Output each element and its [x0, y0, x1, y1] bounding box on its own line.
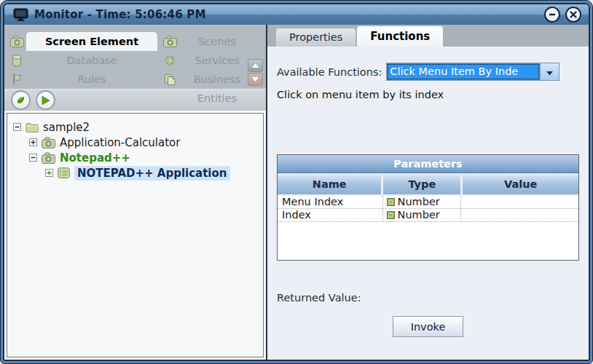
function-select-dropdown-button[interactable] [540, 63, 559, 80]
monitor-start-button[interactable] [11, 90, 31, 110]
element-tree: sample2Application-CalculatorNotepad++NO… [7, 113, 264, 357]
titlebar: Monitor - Time: 5:06:46 PM [4, 4, 589, 25]
scroll-down-button[interactable] [248, 73, 263, 86]
expand-icon[interactable] [45, 169, 53, 177]
gear-icon [160, 55, 179, 66]
param-type-label: Number [398, 196, 440, 208]
database-icon [7, 55, 26, 67]
nav-tab-screen-element[interactable]: Screen Element [4, 32, 157, 51]
available-functions-label: Available Functions: [277, 66, 382, 78]
returned-value-label: Returned Value: [277, 292, 579, 304]
play-icon [41, 95, 50, 106]
parameters-table: Parameters NameTypeValue Menu IndexNumbe… [277, 154, 579, 261]
param-name-cell: Menu Index [278, 196, 383, 209]
param-value-cell[interactable] [461, 196, 578, 209]
camera-icon [160, 36, 179, 47]
right-panel: Properties Functions Available Functions… [267, 25, 589, 360]
param-name-cell: Index [278, 209, 383, 222]
monitor-icon [13, 8, 28, 22]
invoke-button-area: Invoke [277, 316, 579, 337]
tree-item-application-calculator[interactable]: Application-Calculator [7, 135, 263, 150]
tree-item-sample2[interactable]: sample2 [7, 119, 263, 135]
nav-tab-label: Services [179, 51, 255, 70]
window-inner: Monitor - Time: 5:06:46 PM Screen Elemen… [3, 3, 590, 361]
nav-scrollers [248, 59, 263, 86]
nav-tab-rules[interactable]: Rules [4, 70, 157, 89]
invoke-button[interactable]: Invoke [393, 316, 463, 337]
nav-tab-label: Screen Element [26, 32, 157, 51]
nav-tab-database[interactable]: Database [4, 51, 157, 70]
nav-tab-business-entities[interactable]: Business Entities [157, 70, 255, 89]
parameters-table-body: Menu IndexNumberIndexNumber [278, 196, 578, 260]
arrow-down-icon [251, 76, 259, 82]
param-type-cell: Number [383, 196, 461, 209]
tree-panel: sample2Application-CalculatorNotepad++NO… [4, 111, 266, 360]
documents-icon [160, 74, 179, 86]
camera-icon [7, 36, 26, 47]
column-header-name: Name [278, 175, 381, 194]
nav-row: RulesBusiness Entities [4, 70, 266, 89]
available-functions-row: Available Functions: Click Menu Item By … [277, 63, 579, 81]
param-type-cell: Number [383, 209, 461, 222]
window-title: Monitor - Time: 5:06:46 PM [34, 8, 206, 21]
scroll-up-button[interactable] [248, 59, 263, 72]
left-panel: Screen ElementScenesDatabaseServicesRule… [4, 25, 267, 360]
number-type-icon [387, 198, 395, 206]
expand-icon[interactable] [29, 138, 37, 146]
arrow-up-icon [251, 63, 259, 68]
tree-item-notepad[interactable]: Notepad++ [7, 150, 263, 165]
parameter-row: Menu IndexNumber [278, 196, 578, 209]
parameter-row: IndexNumber [278, 209, 578, 222]
nav-row: Screen ElementScenes [4, 32, 266, 51]
window-controls [544, 7, 581, 23]
folder-icon [25, 122, 39, 132]
nav-tab-scenes[interactable]: Scenes [157, 32, 255, 51]
tree-item-notepad-application[interactable]: NOTEPAD++ Application [7, 165, 263, 181]
tree-item-label: Application-Calculator [60, 136, 180, 149]
number-type-icon [387, 211, 395, 219]
nav-tab-label: Rules [26, 70, 157, 89]
param-value-cell[interactable] [461, 209, 578, 222]
tree-item-label: Notepad++ [60, 151, 130, 165]
form-icon [58, 167, 70, 178]
parameters-table-header: NameTypeValue [278, 173, 578, 196]
panel-tabstrip: Properties Functions [267, 25, 589, 47]
close-icon [569, 8, 578, 22]
flag-icon [7, 74, 26, 86]
nav-tab-label: Business Entities [179, 70, 255, 89]
functions-tab-content: Available Functions: Click Menu Item By … [267, 47, 589, 360]
nav-tab-services[interactable]: Services [157, 51, 255, 70]
collapse-icon[interactable] [13, 123, 21, 131]
app-window: Monitor - Time: 5:06:46 PM Screen Elemen… [0, 0, 593, 364]
function-select[interactable]: Click Menu Item By Inde [386, 63, 559, 81]
minimize-button[interactable] [544, 7, 560, 23]
parameters-table-title: Parameters [278, 155, 578, 173]
window-body: Screen ElementScenesDatabaseServicesRule… [4, 25, 589, 360]
param-type-label: Number [398, 209, 440, 221]
nav-tab-grid: Screen ElementScenesDatabaseServicesRule… [4, 25, 266, 89]
tab-functions[interactable]: Functions [357, 26, 443, 47]
nav-tab-label: Database [26, 51, 157, 70]
chevron-down-icon [546, 65, 554, 79]
close-button[interactable] [565, 7, 581, 23]
leaf-check-icon [15, 95, 26, 106]
tab-properties[interactable]: Properties [276, 28, 356, 47]
minimize-icon [548, 8, 557, 22]
nav-row: DatabaseServices [4, 51, 266, 70]
tree-item-label: NOTEPAD++ Application [74, 166, 230, 181]
function-description: Click on menu item by its index [277, 89, 579, 100]
camera-icon [42, 137, 55, 149]
run-button[interactable] [36, 90, 55, 110]
nav-tab-label: Scenes [179, 32, 255, 51]
tree-item-label: sample2 [43, 121, 90, 134]
camera-icon [42, 152, 55, 164]
function-select-value: Click Menu Item By Inde [387, 63, 540, 80]
column-header-type: Type [383, 175, 460, 194]
column-header-value: Value [463, 175, 578, 194]
collapse-icon[interactable] [29, 154, 37, 162]
